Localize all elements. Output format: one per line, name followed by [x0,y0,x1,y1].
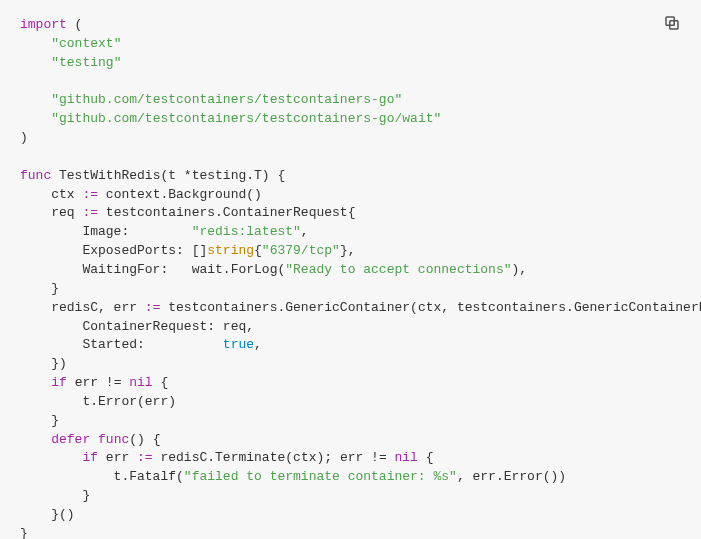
tok-op: := [145,300,161,315]
tok: ContainerRequest: req, [20,319,254,334]
tok-str: "github.com/testcontainers/testcontainer… [51,111,441,126]
tok: , [301,224,309,239]
tok: Image: [20,224,192,239]
tok-kw: import [20,17,67,32]
tok: { [153,375,169,390]
tok [20,432,51,447]
tok-kw: nil [129,375,152,390]
tok-kw: func [98,432,129,447]
tok: err != [67,375,129,390]
tok: } [20,488,90,503]
tok-str: "6379/tcp" [262,243,340,258]
tok [20,111,51,126]
tok: WaitingFor: wait.ForLog( [20,262,285,277]
code-block: import ( "context" "testing" "github.com… [20,16,701,539]
tok: , err.Error()) [457,469,566,484]
tok-op: := [82,205,98,220]
tok-kw: func [20,168,51,183]
copy-icon [663,21,681,36]
tok [20,36,51,51]
tok: () { [129,432,160,447]
tok: }, [340,243,356,258]
tok [20,375,51,390]
tok: , [254,337,262,352]
tok-kw: nil [395,450,418,465]
tok: }() [20,507,75,522]
tok-kw: defer [51,432,90,447]
tok-bool: true [223,337,254,352]
tok: { [418,450,434,465]
tok: context.Background() [98,187,262,202]
tok: ExposedPorts: [] [20,243,207,258]
copy-button[interactable] [663,14,681,32]
tok: redisC, err [20,300,145,315]
tok: err [98,450,137,465]
tok-kw: if [51,375,67,390]
tok-str: "Ready to accept connections" [285,262,511,277]
tok: testcontainers.GenericContainer(ctx, tes… [160,300,701,315]
tok-str: "redis:latest" [192,224,301,239]
tok: } [20,281,59,296]
tok [20,450,82,465]
tok-type: string [207,243,254,258]
tok: ), [512,262,528,277]
tok: ctx [20,187,82,202]
tok [20,55,51,70]
tok-op: := [137,450,153,465]
tok: { [254,243,262,258]
tok: }) [20,356,67,371]
tok-str: "testing" [51,55,121,70]
tok: TestWithRedis(t *testing.T) { [51,168,285,183]
tok: ( [67,17,83,32]
tok-op: := [82,187,98,202]
tok: t.Error(err) [20,394,176,409]
tok: testcontainers.ContainerRequest{ [98,205,355,220]
tok: Started: [20,337,223,352]
tok [20,92,51,107]
tok: } [20,413,59,428]
tok [90,432,98,447]
tok: ) [20,130,28,145]
tok-str: "github.com/testcontainers/testcontainer… [51,92,402,107]
tok: req [20,205,82,220]
tok: redisC.Terminate(ctx); err != [153,450,395,465]
tok: t.Fatalf( [20,469,184,484]
tok: } [20,526,28,539]
tok-str: "failed to terminate container: %s" [184,469,457,484]
tok-kw: if [82,450,98,465]
tok-str: "context" [51,36,121,51]
